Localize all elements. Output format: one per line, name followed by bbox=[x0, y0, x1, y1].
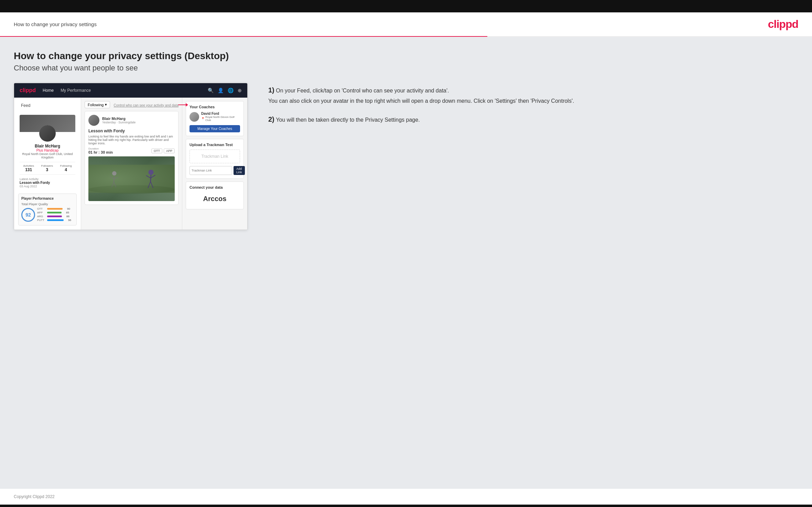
profile-name: Blair McHarg bbox=[20, 144, 75, 148]
instructions-panel: 1) On your Feed, click/tap on 'Control w… bbox=[261, 83, 798, 135]
search-icon[interactable]: 🔍 bbox=[208, 88, 214, 93]
post-title: Lesson with Fordy bbox=[88, 129, 175, 133]
latest-activity-value: Lesson with Fordy bbox=[20, 181, 75, 185]
bar-app: APP 85 bbox=[37, 211, 74, 214]
stat-followers: Followers 3 bbox=[41, 164, 53, 172]
globe-icon[interactable]: 🌐 bbox=[228, 88, 234, 93]
copyright: Copyright Clippd 2022 bbox=[14, 494, 55, 499]
app-navbar: clippd Home My Performance 🔍 👤 🌐 ⊕ bbox=[14, 83, 247, 98]
following-button[interactable]: Following ▾ bbox=[85, 101, 110, 108]
nav-performance[interactable]: My Performance bbox=[61, 88, 91, 93]
nav-icons: 🔍 👤 🌐 ⊕ bbox=[208, 88, 242, 93]
activities-label: Activities bbox=[23, 164, 34, 167]
trackman-input[interactable] bbox=[190, 166, 232, 175]
bar-arg: ARG 86 bbox=[37, 215, 74, 218]
app-screenshot: clippd Home My Performance 🔍 👤 🌐 ⊕ Feed bbox=[14, 83, 248, 230]
post-duration-row: Duration 01 hr : 30 min OTT APP bbox=[88, 147, 175, 154]
coach-avatar bbox=[190, 112, 199, 122]
content-grid: clippd Home My Performance 🔍 👤 🌐 ⊕ Feed bbox=[14, 83, 798, 230]
coach-name: David Ford bbox=[201, 112, 240, 115]
duration-value: 01 hr : 30 min bbox=[88, 150, 113, 154]
profile-avatar bbox=[39, 125, 56, 142]
tag-app: APP bbox=[164, 148, 175, 153]
instruction-step2: 2) You will then be taken directly to th… bbox=[268, 115, 798, 124]
page-title: How to change your privacy settings bbox=[14, 21, 97, 27]
post-avatar bbox=[88, 115, 99, 126]
player-performance: Player Performance Total Player Quality … bbox=[18, 194, 77, 225]
app-feed: Following ▾ Control who can see your act… bbox=[81, 98, 182, 230]
duration-label: Duration bbox=[88, 147, 113, 150]
coach-club: 📍 Royal North Devon Golf Club bbox=[201, 115, 240, 122]
site-logo: clippd bbox=[768, 18, 798, 31]
arccos-brand: Arccos bbox=[190, 192, 240, 206]
coaches-title: Your Coaches bbox=[190, 105, 240, 109]
profile-club: Royal North Devon Golf Club, United King… bbox=[20, 152, 75, 159]
followers-label: Followers bbox=[41, 164, 53, 167]
post-image bbox=[88, 156, 175, 201]
coach-item: David Ford 📍 Royal North Devon Golf Club bbox=[190, 112, 240, 122]
page-subheading: Choose what you want people to see bbox=[14, 64, 798, 73]
post-tags: OTT APP bbox=[151, 148, 175, 153]
main-content: How to change your privacy settings (Des… bbox=[0, 37, 812, 489]
following-value: 4 bbox=[60, 167, 72, 172]
quality-bars: OTT 90 APP 85 ARG bbox=[37, 207, 74, 222]
app-sidebar: Feed Blair McHarg Plus Handicap Royal No… bbox=[14, 98, 81, 230]
trackman-input-row: Add Link bbox=[190, 166, 240, 175]
instruction-step1: 1) On your Feed, click/tap on 'Control w… bbox=[268, 86, 798, 105]
app-logo: clippd bbox=[20, 87, 36, 93]
bottom-bar bbox=[0, 505, 812, 507]
latest-activity-label: Latest Activity bbox=[20, 177, 75, 181]
app-right-panel: Your Coaches David Ford 📍 Royal North De… bbox=[182, 98, 247, 230]
post-header: Blair McHarg Yesterday · Sunningdale bbox=[88, 115, 175, 126]
bar-putt: PUTT 96 bbox=[37, 219, 74, 222]
trackman-section: Upload a Trackman Test Trackman Link Add… bbox=[186, 139, 244, 179]
nav-home[interactable]: Home bbox=[43, 88, 54, 93]
control-privacy-link[interactable]: Control who can see your activity and da… bbox=[114, 103, 178, 107]
profile-handicap: Plus Handicap bbox=[20, 148, 75, 152]
arrow-indicator bbox=[178, 103, 188, 107]
feed-label: Feed bbox=[18, 102, 77, 109]
post-description: Looking to feel like my hands are exitin… bbox=[88, 135, 175, 145]
step1-text2: You can also click on your avatar in the… bbox=[268, 97, 798, 106]
perf-title: Player Performance bbox=[21, 197, 74, 200]
trackman-title: Upload a Trackman Test bbox=[190, 143, 240, 147]
profile-card: Blair McHarg Plus Handicap Royal North D… bbox=[18, 112, 77, 191]
step2-text: You will then be taken directly to the P… bbox=[276, 117, 420, 123]
trackman-placeholder: Trackman Link bbox=[190, 150, 240, 163]
profile-stats: Activities 131 Followers 3 Following 4 bbox=[20, 162, 75, 175]
post-card: Blair McHarg Yesterday · Sunningdale Les… bbox=[85, 111, 178, 205]
site-footer: Copyright Clippd 2022 bbox=[0, 489, 812, 505]
followers-value: 3 bbox=[41, 167, 53, 172]
following-label: Following bbox=[60, 164, 72, 167]
following-bar: Following ▾ Control who can see your act… bbox=[85, 101, 178, 108]
step1-text1: On your Feed, click/tap on 'Control who … bbox=[276, 88, 449, 93]
site-header: How to change your privacy settings clip… bbox=[0, 12, 812, 36]
control-link-wrapper: Control who can see your activity and da… bbox=[114, 102, 178, 108]
coaches-section: Your Coaches David Ford 📍 Royal North De… bbox=[186, 101, 244, 136]
post-author: Blair McHarg bbox=[102, 117, 136, 121]
connect-title: Connect your data bbox=[190, 185, 240, 189]
manage-coaches-button[interactable]: Manage Your Coaches bbox=[190, 125, 240, 132]
bar-ott: OTT 90 bbox=[37, 207, 74, 210]
stat-following: Following 4 bbox=[60, 164, 72, 172]
avatar-icon[interactable]: ⊕ bbox=[238, 88, 242, 93]
page-heading: How to change your privacy settings (Des… bbox=[14, 51, 798, 62]
stat-activities: Activities 131 bbox=[23, 164, 34, 172]
tag-ott: OTT bbox=[151, 148, 162, 153]
top-bar bbox=[0, 0, 812, 12]
connect-section: Connect your data Arccos bbox=[186, 181, 244, 209]
perf-row: 92 OTT 90 APP 85 bbox=[21, 207, 74, 222]
post-meta: Yesterday · Sunningdale bbox=[102, 121, 136, 124]
person-icon[interactable]: 👤 bbox=[218, 88, 224, 93]
add-link-button[interactable]: Add Link bbox=[234, 166, 245, 175]
avatar-image bbox=[39, 125, 56, 142]
quality-score: 92 bbox=[21, 208, 35, 222]
quality-label: Total Player Quality bbox=[21, 202, 74, 206]
latest-activity-date: 03 Aug 2022 bbox=[20, 185, 75, 188]
step1-number: 1) bbox=[268, 86, 274, 94]
app-body: Feed Blair McHarg Plus Handicap Royal No… bbox=[14, 98, 247, 230]
activities-value: 131 bbox=[23, 167, 34, 172]
step2-number: 2) bbox=[268, 115, 274, 123]
